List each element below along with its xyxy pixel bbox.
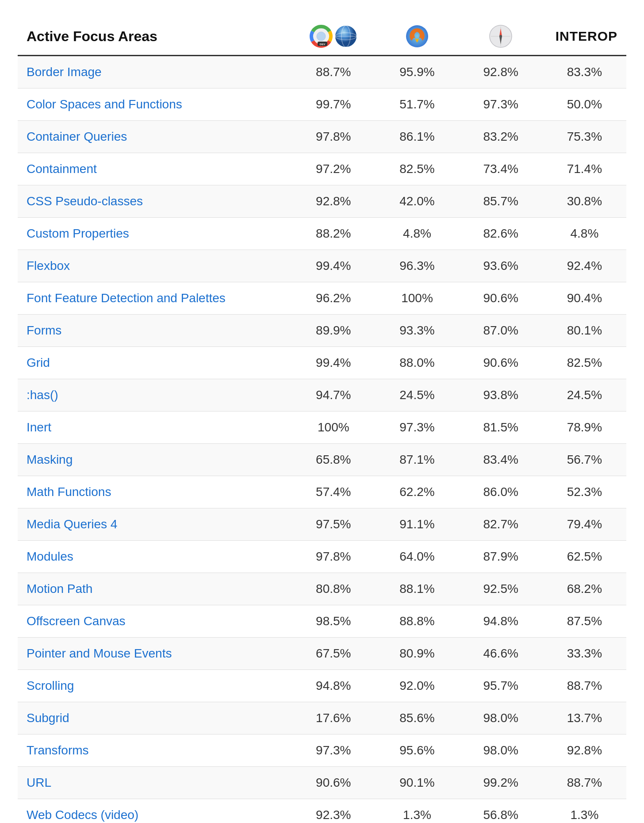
table-row: Border Image88.7%95.9%92.8%83.3% bbox=[18, 56, 626, 88]
row-safari-value: 90.6% bbox=[459, 347, 543, 379]
table-row: Forms89.9%93.3%87.0%80.1% bbox=[18, 315, 626, 347]
row-chrome-value: 67.5% bbox=[291, 638, 375, 670]
table-row: Media Queries 497.5%91.1%82.7%79.4% bbox=[18, 508, 626, 541]
row-name[interactable]: Forms bbox=[18, 315, 291, 347]
row-name[interactable]: Flexbox bbox=[18, 250, 291, 282]
safari-icon bbox=[489, 25, 512, 48]
row-chrome-value: 97.8% bbox=[291, 121, 375, 153]
row-firefox-value: 42.0% bbox=[375, 185, 459, 218]
row-name[interactable]: Subgrid bbox=[18, 702, 291, 735]
row-safari-value: 82.7% bbox=[459, 508, 543, 541]
row-name[interactable]: Motion Path bbox=[18, 573, 291, 605]
column-header-safari bbox=[459, 18, 543, 56]
chrome-dev-icon: DEV bbox=[310, 25, 333, 48]
row-interop-value: 50.0% bbox=[543, 88, 626, 121]
chrome-dev-icons: DEV bbox=[300, 25, 366, 48]
firefox-icon-wrapper bbox=[384, 25, 450, 48]
firefox-icon bbox=[406, 25, 429, 48]
row-safari-value: 83.4% bbox=[459, 444, 543, 476]
row-chrome-value: 96.2% bbox=[291, 282, 375, 315]
row-name[interactable]: Media Queries 4 bbox=[18, 508, 291, 541]
table-row: CSS Pseudo-classes92.8%42.0%85.7%30.8% bbox=[18, 185, 626, 218]
row-name[interactable]: Color Spaces and Functions bbox=[18, 88, 291, 121]
column-header-focus-area: Active Focus Areas bbox=[18, 18, 291, 56]
row-firefox-value: 95.9% bbox=[375, 56, 459, 88]
row-chrome-value: 88.2% bbox=[291, 218, 375, 250]
table-row: Custom Properties88.2%4.8%82.6%4.8% bbox=[18, 218, 626, 250]
row-name[interactable]: URL bbox=[18, 767, 291, 799]
row-name[interactable]: Custom Properties bbox=[18, 218, 291, 250]
row-chrome-value: 99.4% bbox=[291, 347, 375, 379]
row-name[interactable]: CSS Pseudo-classes bbox=[18, 185, 291, 218]
interop-label: INTEROP bbox=[556, 29, 617, 43]
table-title: Active Focus Areas bbox=[27, 28, 157, 44]
row-name[interactable]: Pointer and Mouse Events bbox=[18, 638, 291, 670]
main-table-container: Active Focus Areas bbox=[18, 18, 626, 823]
row-name[interactable]: Offscreen Canvas bbox=[18, 605, 291, 638]
row-interop-value: 90.4% bbox=[543, 282, 626, 315]
row-safari-value: 99.2% bbox=[459, 767, 543, 799]
row-safari-value: 93.8% bbox=[459, 379, 543, 412]
row-interop-value: 88.7% bbox=[543, 670, 626, 702]
row-firefox-value: 87.1% bbox=[375, 444, 459, 476]
row-chrome-value: 89.9% bbox=[291, 315, 375, 347]
row-safari-value: 46.6% bbox=[459, 638, 543, 670]
row-safari-value: 97.3% bbox=[459, 88, 543, 121]
row-interop-value: 24.5% bbox=[543, 379, 626, 412]
table-row: Flexbox99.4%96.3%93.6%92.4% bbox=[18, 250, 626, 282]
row-safari-value: 87.0% bbox=[459, 315, 543, 347]
row-name[interactable]: Math Functions bbox=[18, 476, 291, 508]
row-chrome-value: 92.3% bbox=[291, 799, 375, 823]
row-chrome-value: 100% bbox=[291, 412, 375, 444]
row-firefox-value: 88.1% bbox=[375, 573, 459, 605]
row-name[interactable]: Font Feature Detection and Palettes bbox=[18, 282, 291, 315]
row-name[interactable]: Modules bbox=[18, 541, 291, 573]
row-safari-value: 98.0% bbox=[459, 735, 543, 767]
row-firefox-value: 80.9% bbox=[375, 638, 459, 670]
row-chrome-value: 94.7% bbox=[291, 379, 375, 412]
row-chrome-value: 97.2% bbox=[291, 153, 375, 185]
row-name[interactable]: Container Queries bbox=[18, 121, 291, 153]
table-row: Containment97.2%82.5%73.4%71.4% bbox=[18, 153, 626, 185]
row-chrome-value: 80.8% bbox=[291, 573, 375, 605]
row-safari-value: 92.5% bbox=[459, 573, 543, 605]
row-safari-value: 87.9% bbox=[459, 541, 543, 573]
row-name[interactable]: Transforms bbox=[18, 735, 291, 767]
row-interop-value: 30.8% bbox=[543, 185, 626, 218]
row-name[interactable]: Web Codecs (video) bbox=[18, 799, 291, 823]
table-row: Inert100%97.3%81.5%78.9% bbox=[18, 412, 626, 444]
firefox-like-icon bbox=[334, 25, 357, 48]
row-firefox-value: 62.2% bbox=[375, 476, 459, 508]
safari-icon-wrapper bbox=[468, 25, 534, 48]
row-name[interactable]: Grid bbox=[18, 347, 291, 379]
table-row: Motion Path80.8%88.1%92.5%68.2% bbox=[18, 573, 626, 605]
row-firefox-value: 97.3% bbox=[375, 412, 459, 444]
table-body: Border Image88.7%95.9%92.8%83.3%Color Sp… bbox=[18, 56, 626, 823]
row-firefox-value: 92.0% bbox=[375, 670, 459, 702]
table-row: Pointer and Mouse Events67.5%80.9%46.6%3… bbox=[18, 638, 626, 670]
row-chrome-value: 65.8% bbox=[291, 444, 375, 476]
row-interop-value: 13.7% bbox=[543, 702, 626, 735]
row-firefox-value: 64.0% bbox=[375, 541, 459, 573]
row-interop-value: 71.4% bbox=[543, 153, 626, 185]
row-chrome-value: 97.3% bbox=[291, 735, 375, 767]
row-interop-value: 80.1% bbox=[543, 315, 626, 347]
row-interop-value: 79.4% bbox=[543, 508, 626, 541]
row-interop-value: 52.3% bbox=[543, 476, 626, 508]
row-firefox-value: 88.8% bbox=[375, 605, 459, 638]
row-firefox-value: 4.8% bbox=[375, 218, 459, 250]
row-interop-value: 78.9% bbox=[543, 412, 626, 444]
row-name[interactable]: :has() bbox=[18, 379, 291, 412]
row-firefox-value: 24.5% bbox=[375, 379, 459, 412]
row-name[interactable]: Scrolling bbox=[18, 670, 291, 702]
row-interop-value: 83.3% bbox=[543, 56, 626, 88]
row-safari-value: 83.2% bbox=[459, 121, 543, 153]
svg-point-1 bbox=[317, 32, 326, 41]
row-chrome-value: 94.8% bbox=[291, 670, 375, 702]
row-safari-value: 94.8% bbox=[459, 605, 543, 638]
table-row: Masking65.8%87.1%83.4%56.7% bbox=[18, 444, 626, 476]
row-name[interactable]: Border Image bbox=[18, 56, 291, 88]
row-name[interactable]: Containment bbox=[18, 153, 291, 185]
row-name[interactable]: Masking bbox=[18, 444, 291, 476]
row-name[interactable]: Inert bbox=[18, 412, 291, 444]
